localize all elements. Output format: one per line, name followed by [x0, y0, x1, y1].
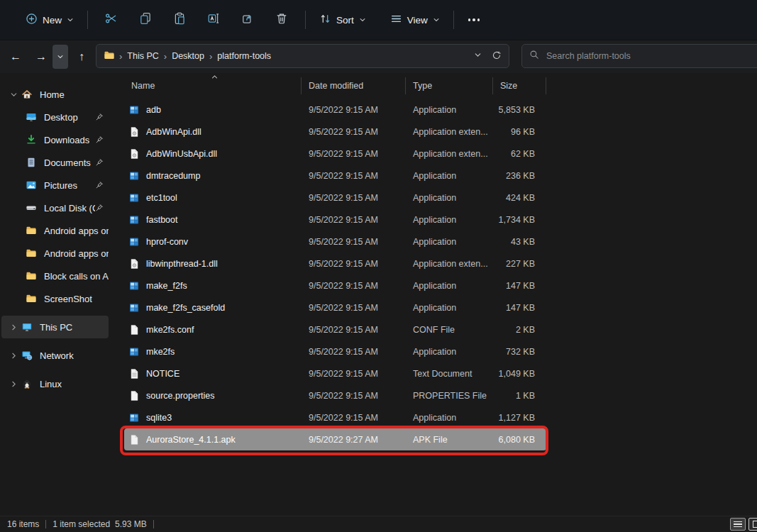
chevron-down-icon[interactable] [6, 91, 21, 99]
column-header-date-modified[interactable]: Date modified [302, 77, 406, 94]
sidebar-item-local-disk-g[interactable]: Local Disk (G:) [1, 196, 109, 219]
linux-icon [21, 378, 33, 389]
rename-button[interactable] [197, 7, 231, 33]
file-row-libwinpthread-1-dll[interactable]: libwinpthread-1.dll9/5/2022 9:15 AMAppli… [124, 253, 546, 275]
chevron-right-icon[interactable] [6, 323, 21, 331]
file-size: 43 KB [493, 237, 541, 247]
page-icon [128, 390, 140, 401]
column-header-type[interactable]: Type [406, 77, 493, 94]
view-button[interactable]: View [383, 7, 447, 33]
file-row-dmtracedump[interactable]: dmtracedump9/5/2022 9:15 AMApplication23… [124, 165, 546, 187]
sidebar-item-home[interactable]: Home [1, 83, 109, 106]
file-name: make_f2fs [146, 281, 187, 291]
sidebar-item-this-pc[interactable]: This PC [1, 316, 109, 338]
cut-icon [105, 12, 118, 28]
command-toolbar: New Sort View [0, 0, 757, 40]
sidebar-item-android-apps-on-v[interactable]: Android apps on V [1, 242, 109, 265]
file-size: 2 KB [493, 325, 541, 335]
app-icon [128, 104, 140, 116]
recent-locations-chevron-icon [57, 50, 64, 63]
sidebar-item-documents[interactable]: Documents [1, 151, 109, 174]
file-name: AdbWinApi.dll [146, 127, 201, 137]
file-row-source-properties[interactable]: source.properties9/5/2022 9:15 AMPROPERT… [124, 384, 546, 406]
delete-button[interactable] [265, 7, 299, 33]
address-dropdown-chevron-icon[interactable] [474, 51, 482, 61]
file-row-adbwinapi-dll[interactable]: AdbWinApi.dll9/5/2022 9:15 AMApplication… [124, 121, 546, 143]
view-icon [390, 13, 402, 27]
sidebar-item-block-calls-on-and[interactable]: Block calls on And [1, 265, 109, 287]
file-row-hprof-conv[interactable]: hprof-conv9/5/2022 9:15 AMApplication43 … [124, 231, 546, 253]
sidebar-item-linux[interactable]: Linux [1, 372, 109, 395]
sidebar-item-desktop[interactable]: Desktop [1, 106, 109, 128]
search-box[interactable] [521, 44, 757, 68]
sidebar-item-label: Home [40, 89, 65, 100]
sort-ascending-caret-icon [211, 73, 219, 83]
status-divider [153, 520, 154, 528]
app-icon [128, 280, 140, 292]
file-row-sqlite3[interactable]: sqlite39/5/2022 9:15 AMApplication1,127 … [124, 406, 546, 428]
cut-button[interactable] [94, 7, 128, 33]
refresh-icon[interactable] [492, 50, 502, 62]
file-row-mke2fs[interactable]: mke2fs9/5/2022 9:15 AMApplication732 KB [124, 340, 546, 362]
file-name: source.properties [146, 391, 215, 401]
sidebar-item-pictures[interactable]: Pictures [1, 174, 109, 196]
details-view-button[interactable] [730, 518, 746, 531]
file-date-modified: 9/5/2022 9:15 AM [302, 171, 406, 181]
file-size: 62 KB [493, 149, 541, 159]
file-row-adb[interactable]: adb9/5/2022 9:15 AMApplication5,853 KB [124, 99, 546, 121]
breadcrumb-item-desktop[interactable]: Desktop [168, 50, 208, 62]
file-date-modified: 9/5/2022 9:15 AM [302, 347, 406, 357]
file-name: hprof-conv [146, 237, 188, 247]
breadcrumb-item-this-pc[interactable]: This PC [123, 50, 162, 62]
pin-icon [95, 204, 104, 212]
sidebar-item-label: Block calls on And [44, 271, 109, 282]
file-size: 424 KB [493, 193, 541, 203]
paste-button[interactable] [162, 7, 197, 33]
share-button[interactable] [231, 7, 265, 33]
toolbar-divider [305, 11, 306, 29]
file-row-aurorastore-4-1-1-apk[interactable]: AuroraStore_4.1.1.apk9/5/2022 9:27 AMAPK… [124, 428, 546, 450]
thumbnails-view-button[interactable] [748, 518, 757, 531]
file-row-adbwinusbapi-dll[interactable]: AdbWinUsbApi.dll9/5/2022 9:15 AMApplicat… [124, 143, 546, 165]
file-name: make_f2fs_casefold [146, 303, 225, 313]
column-header-size[interactable]: Size [493, 77, 546, 94]
app-icon [128, 214, 140, 226]
file-size: 732 KB [493, 347, 541, 357]
file-row-fastboot[interactable]: fastboot9/5/2022 9:15 AMApplication1,734… [124, 209, 546, 231]
file-date-modified: 9/5/2022 9:27 AM [302, 435, 406, 445]
breadcrumb-item-platform-tools[interactable]: platform-tools [214, 50, 275, 62]
file-date-modified: 9/5/2022 9:15 AM [302, 281, 406, 291]
file-date-modified: 9/5/2022 9:15 AM [302, 303, 406, 313]
file-name: adb [146, 105, 161, 115]
copy-button[interactable] [128, 7, 162, 33]
address-bar[interactable]: ›This PC›Desktop›platform-tools [96, 44, 509, 68]
file-row-mke2fs-conf[interactable]: mke2fs.conf9/5/2022 9:15 AMCONF File2 KB [124, 318, 546, 340]
recent-locations-button[interactable] [53, 45, 68, 69]
forward-button[interactable]: → [30, 45, 53, 68]
sidebar-item-screenshot[interactable]: ScreenShot [1, 287, 109, 310]
chevron-right-icon[interactable] [6, 352, 21, 360]
file-type: Application [406, 347, 493, 357]
file-row-notice[interactable]: NOTICE9/5/2022 9:15 AMText Document1,049… [124, 362, 546, 384]
sidebar-item-label: Desktop [44, 112, 78, 123]
status-bar: 16 items 1 item selected 5.93 MB [0, 516, 757, 532]
back-button[interactable]: ← [4, 45, 27, 68]
new-button[interactable]: New [18, 7, 81, 33]
more-options-button[interactable] [460, 7, 487, 33]
sidebar-item-downloads[interactable]: Downloads [1, 128, 109, 151]
sidebar-item-android-apps-on-v[interactable]: Android apps on V [1, 219, 109, 242]
file-type: Application [406, 237, 493, 247]
downloads-icon [26, 134, 37, 145]
chevron-right-icon[interactable] [6, 380, 21, 388]
file-row-make-f2fs-casefold[interactable]: make_f2fs_casefold9/5/2022 9:15 AMApplic… [124, 297, 546, 318]
file-row-etc1tool[interactable]: etc1tool9/5/2022 9:15 AMApplication424 K… [124, 187, 546, 209]
search-input[interactable] [545, 50, 757, 62]
pin-icon [95, 135, 104, 144]
file-type: Application [406, 171, 493, 181]
file-size: 96 KB [493, 127, 541, 137]
up-button[interactable]: ↑ [70, 45, 93, 68]
file-row-make-f2fs[interactable]: make_f2fs9/5/2022 9:15 AMApplication147 … [124, 275, 546, 297]
file-date-modified: 9/5/2022 9:15 AM [302, 369, 406, 379]
sidebar-item-network[interactable]: Network [1, 344, 109, 367]
sort-button[interactable]: Sort [312, 7, 373, 33]
